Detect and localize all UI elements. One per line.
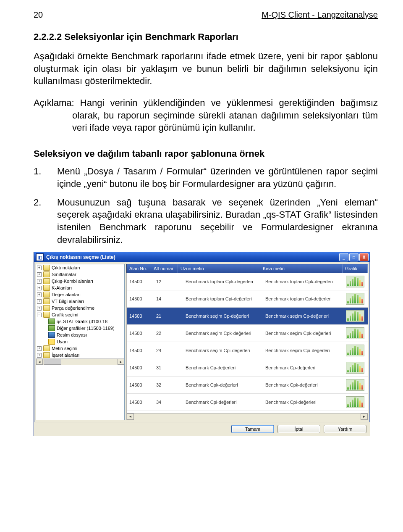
cell-kisa-metin: Benchmark Cpk-değerleri [263, 382, 343, 387]
minimize-button[interactable]: _ [339, 253, 348, 261]
table-row[interactable]: 1450034Benchmark Cpi-değerleriBenchmark … [127, 394, 368, 411]
tree-item[interactable]: +Çıktı noktaları [36, 264, 124, 271]
tree-item[interactable]: +VT-Bilgi alanları [36, 298, 124, 305]
cell-uzun-metin: Benchmark seçim Cp-değerleri [183, 313, 263, 319]
scroll-left-icon[interactable]: ◄ [127, 413, 134, 420]
bar-chart-icon [346, 310, 364, 322]
tree-panel[interactable]: +Çıktı noktaları+Sınıflamalar+Çıkış-Komb… [36, 264, 125, 420]
cell-uzun-metin: Benchmark Cpk-değerleri [183, 382, 263, 387]
tree-item-label: İşaret alanları [52, 353, 80, 358]
tree-item[interactable]: −Grafik seçimi [36, 311, 124, 318]
table-row[interactable]: 1450031Benchmark Cp-değerleriBenchmark C… [127, 359, 368, 377]
cell-kisa-metin: Benchmark toplam Cpk-değerleri [263, 279, 343, 284]
tree-item[interactable]: +K-Alanları [36, 284, 124, 291]
scroll-right-icon[interactable]: ► [361, 413, 368, 420]
table-row[interactable]: 1450021Benchmark seçim Cp-değerleriBench… [127, 308, 368, 325]
scroll-thumb[interactable] [44, 359, 61, 365]
col-kisa-metin[interactable]: Kısa metin [260, 264, 343, 273]
grid-header[interactable]: Alan No. Alt numar Uzun metin Kısa metin… [126, 264, 368, 273]
cell-uzun-metin: Benchmark seçim Cpi-değerleri [183, 348, 263, 353]
expand-icon[interactable]: + [37, 292, 42, 297]
folder-icon [43, 352, 50, 358]
tree-item-label: Değer alanları [52, 292, 81, 297]
close-button[interactable]: X [359, 253, 369, 261]
tree-item[interactable]: +Değer alanları [36, 291, 124, 298]
title-bar[interactable]: ◧ Çıkış noktasını seçme (Liste) _ □ X [34, 252, 370, 262]
col-alt-numara[interactable]: Alt numar [151, 264, 178, 273]
bar-chart-icon [346, 327, 364, 339]
button-bar: Tamam İptal Yardım [34, 422, 370, 436]
tree-item[interactable]: +Çıkış-Kombi alanları [36, 278, 124, 284]
cell-alan-no: 14500 [127, 313, 154, 319]
section-heading: 2.2.2.2 Seleksiyonlar için Benchmark Rap… [34, 32, 378, 42]
tree-item[interactable]: +Sınıflamalar [36, 271, 124, 278]
list-item: 1. Menü „Dosya / Tasarım / Formular“ üze… [34, 165, 378, 190]
tree-item-label: Diğer grafikler (11500-1169) [57, 326, 115, 331]
tree-item-label: Parça değerlendirme [52, 306, 94, 311]
tree-item-label: K-Alanları [52, 285, 72, 290]
scroll-left-icon[interactable]: ◄ [36, 359, 43, 365]
disk-icon [48, 332, 55, 338]
list-item-number: 2. [34, 196, 57, 246]
cell-grafik [343, 379, 368, 391]
tree-item[interactable]: Uyarı [36, 338, 124, 345]
app-icon: ◧ [36, 253, 44, 261]
table-row[interactable]: 1450024Benchmark seçim Cpi-değerleriBenc… [127, 342, 368, 359]
maximize-button[interactable]: □ [349, 253, 359, 261]
tree-item-label: Grafik seçimi [52, 312, 79, 317]
cell-alan-no: 14500 [127, 400, 154, 405]
expand-icon[interactable]: + [37, 286, 42, 290]
tree-item[interactable]: Resim dosyası [36, 332, 124, 338]
cell-kisa-metin: Benchmark seçim Cpk-değerleri [263, 331, 343, 336]
cell-alt-numara: 24 [154, 348, 183, 353]
cancel-button[interactable]: İptal [277, 425, 320, 433]
tree-item[interactable]: +Metin seçimi [36, 345, 124, 352]
cell-alan-no: 14500 [127, 348, 154, 353]
expand-icon[interactable]: + [37, 272, 42, 277]
page-header: 20 M-QIS Client - Langzeitanalyse [34, 10, 378, 20]
table-row[interactable]: 1450014Benchmark toplam Cpi-değerleriBen… [127, 290, 368, 308]
scroll-right-icon[interactable]: ► [118, 359, 124, 365]
col-uzun-metin[interactable]: Uzun metin [178, 264, 260, 273]
cell-uzun-metin: Benchmark Cp-değerleri [183, 365, 263, 370]
grid-body[interactable]: 1450012Benchmark toplam Cpk-değerleriBen… [126, 273, 368, 413]
col-alan-no[interactable]: Alan No. [127, 264, 151, 273]
bar-chart-icon [346, 379, 364, 391]
list-item: 2. Mousunuzun sağ tuşuna basarak ve seçe… [34, 196, 378, 246]
table-row[interactable]: 1450032Benchmark Cpk-değerleriBenchmark … [127, 377, 368, 394]
tree-scrollbar[interactable]: ◄ ► [36, 358, 124, 365]
col-grafik[interactable]: Grafik [343, 264, 368, 273]
list-item-text: Mousunuzun sağ tuşuna basarak ve seçenek… [57, 196, 378, 246]
tree-item[interactable]: +Parça değerlendirme [36, 305, 124, 311]
expand-icon[interactable]: + [37, 306, 42, 311]
cell-uzun-metin: Benchmark seçim Cpk-değerleri [183, 331, 263, 336]
cell-alan-no: 14500 [127, 365, 154, 370]
cell-grafik [343, 327, 368, 339]
grid-scrollbar[interactable]: ◄ ► [126, 413, 368, 420]
help-button[interactable]: Yardım [324, 425, 366, 433]
tree-item[interactable]: +İşaret alanları [36, 352, 124, 358]
expand-icon[interactable]: + [37, 346, 42, 351]
dialog-window: ◧ Çıkış noktasını seçme (Liste) _ □ X +Ç… [34, 252, 370, 436]
tree-item[interactable]: Diğer grafikler (11500-1169) [36, 325, 124, 332]
table-row[interactable]: 1450012Benchmark toplam Cpk-değerleriBen… [127, 273, 368, 290]
cell-alt-numara: 14 [154, 296, 183, 301]
folder-icon [43, 285, 50, 291]
list-item-number: 1. [34, 165, 57, 190]
intro-paragraph: Aşağıdaki örnekte Benchmark raporlarını … [34, 50, 378, 87]
expand-icon[interactable]: + [37, 279, 42, 284]
ok-button[interactable]: Tamam [231, 425, 274, 433]
window-title: Çıkış noktasını seçme (Liste) [46, 254, 115, 260]
table-row[interactable]: 1450022Benchmark seçim Cpk-değerleriBenc… [127, 325, 368, 342]
tree-item-label: VT-Bilgi alanları [52, 299, 84, 304]
example-subheading: Seleksiyon ve dağılım tabanlı rapor şabl… [34, 148, 378, 159]
tree-item[interactable]: qs-STAT Grafik (3100-18 [36, 318, 124, 325]
cell-alt-numara: 32 [154, 382, 183, 387]
folder-icon [43, 265, 50, 271]
img-icon [48, 325, 55, 331]
collapse-icon[interactable]: − [37, 313, 42, 317]
expand-icon[interactable]: + [37, 353, 42, 358]
expand-icon[interactable]: + [37, 266, 42, 270]
document-title: M-QIS Client - Langzeitanalyse [262, 10, 378, 20]
expand-icon[interactable]: + [37, 299, 42, 304]
